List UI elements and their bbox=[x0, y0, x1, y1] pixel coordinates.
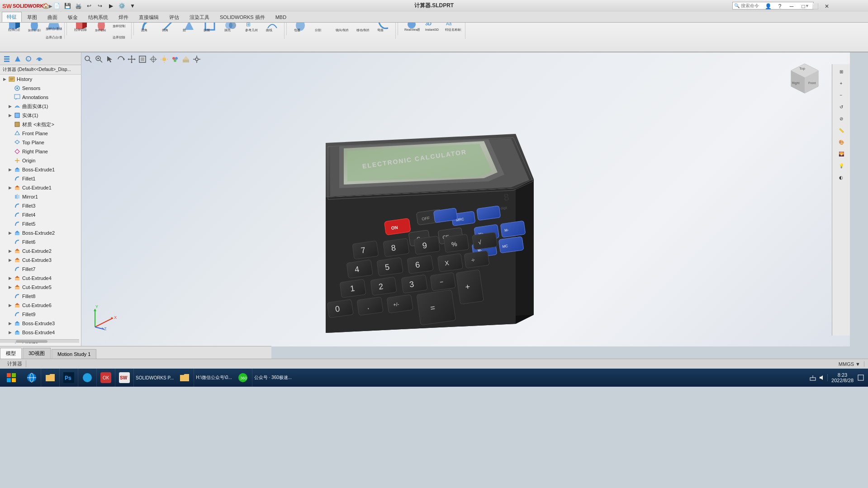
btn-3[interactable]: 3 bbox=[401, 275, 427, 293]
btn-sqrt[interactable]: √ bbox=[472, 232, 498, 250]
taskbar-browser2[interactable]: 360 bbox=[234, 369, 252, 387]
tree-item-origin[interactable]: Origin bbox=[0, 156, 81, 165]
rp-zoom-in[interactable]: + bbox=[834, 78, 849, 89]
taskbar-browser[interactable] bbox=[23, 369, 41, 387]
btn-1[interactable]: 1 bbox=[340, 279, 366, 298]
vt-view-orient[interactable] bbox=[148, 54, 158, 64]
expander-annotations[interactable] bbox=[7, 95, 13, 100]
tree-item-fillet7[interactable]: Fillet7 bbox=[0, 265, 81, 274]
tree-item-boss-extrude1[interactable]: ▶ Boss-Extrude1 bbox=[0, 165, 81, 174]
tree-item-fillet6[interactable]: Fillet6 bbox=[0, 237, 81, 246]
tab-weldments[interactable]: 焊件 bbox=[114, 12, 133, 22]
qa-undo[interactable]: ↩ bbox=[84, 1, 94, 11]
toolbar-btn-history[interactable] bbox=[2, 54, 12, 64]
expander-cut1[interactable]: ▶ bbox=[7, 185, 13, 190]
qa-print[interactable]: 🖨️ bbox=[73, 1, 83, 11]
btn-0[interactable]: 0 bbox=[327, 299, 353, 318]
tab-sketch[interactable]: 草图 bbox=[22, 12, 42, 22]
expander-cut6[interactable]: ▶ bbox=[7, 303, 13, 308]
qa-redo[interactable]: ↪ bbox=[95, 1, 105, 11]
vt-appearance[interactable] bbox=[170, 54, 180, 64]
tree-item-boss-extrude2[interactable]: ▶ Boss-Extrude2 bbox=[0, 228, 81, 237]
taskbar-app4[interactable] bbox=[78, 369, 97, 387]
expander-cut2[interactable]: ▶ bbox=[7, 248, 13, 254]
tab-mbd[interactable]: MBD bbox=[270, 13, 291, 21]
expander-sensors[interactable] bbox=[7, 85, 13, 91]
btn-multiply[interactable]: X bbox=[437, 253, 463, 272]
taskbar-solidworks[interactable]: SW bbox=[115, 369, 134, 387]
btn-minus[interactable]: − bbox=[430, 272, 455, 291]
restore-btn[interactable]: □ bbox=[798, 1, 808, 11]
tree-item-fillet3[interactable]: Fillet3 bbox=[0, 201, 81, 210]
tab-surface[interactable]: 曲面 bbox=[43, 12, 62, 22]
user-icon[interactable]: 👤 bbox=[763, 1, 773, 11]
tree-item-boss-extrude3[interactable]: ▶ Boss-Extrude3 bbox=[0, 319, 81, 328]
expander-cut5[interactable]: ▶ bbox=[7, 284, 13, 290]
tree-item-cut-extrude5[interactable]: ▶ Cut-Extrude5 bbox=[0, 283, 81, 292]
rp-section[interactable]: ⊘ bbox=[834, 113, 849, 124]
vt-lighting[interactable] bbox=[159, 54, 169, 64]
vt-pan[interactable] bbox=[127, 54, 137, 64]
maximize-btn[interactable]: ⬜ bbox=[810, 1, 820, 11]
toolbar-btn-display[interactable] bbox=[34, 54, 44, 64]
tree-item-front-plane[interactable]: Front Plane bbox=[0, 129, 81, 138]
rp-rotate[interactable]: ↺ bbox=[834, 101, 849, 112]
taskbar-files[interactable] bbox=[41, 369, 60, 387]
tab-3d-view[interactable]: 3D视图 bbox=[23, 348, 51, 359]
btn-equals[interactable]: = bbox=[417, 290, 456, 325]
minimize-btn[interactable]: ─ bbox=[787, 1, 797, 11]
vt-scene[interactable] bbox=[181, 54, 191, 64]
tab-model[interactable]: 模型 bbox=[0, 348, 22, 359]
rp-shadow[interactable]: ◐ bbox=[834, 172, 849, 183]
expander-boss1[interactable]: ▶ bbox=[7, 167, 13, 172]
vt-zoom-in[interactable] bbox=[94, 54, 104, 64]
tree-item-cut-extrude4[interactable]: ▶ Cut-Extrude4 bbox=[0, 274, 81, 283]
tree-item-fillet8[interactable]: Fillet8 bbox=[0, 292, 81, 301]
tree-item-fillet9[interactable]: Fillet9 bbox=[0, 310, 81, 319]
expander-cut4[interactable]: ▶ bbox=[7, 275, 13, 281]
vt-select[interactable] bbox=[105, 54, 115, 64]
start-button[interactable] bbox=[0, 369, 23, 387]
tree-item-sensors[interactable]: Sensors bbox=[0, 84, 81, 93]
expander-boss3[interactable]: ▶ bbox=[7, 321, 13, 326]
btn-percent[interactable]: % bbox=[444, 234, 469, 253]
btn-2[interactable]: 2 bbox=[370, 277, 397, 295]
btn-5[interactable]: 5 bbox=[377, 257, 403, 276]
btn-boundary-boss[interactable]: 边界凸台/基体 bbox=[45, 32, 62, 43]
vt-display-style[interactable] bbox=[138, 54, 147, 64]
close-btn[interactable]: ✕ bbox=[822, 1, 832, 11]
rp-measure[interactable]: 📏 bbox=[834, 125, 849, 136]
btn-boundary-cut[interactable]: 边界切除 bbox=[112, 32, 129, 43]
btn-6[interactable]: 6 bbox=[407, 255, 433, 274]
qa-save[interactable]: 💾 bbox=[62, 1, 72, 11]
tree-item-cut-extrude1[interactable]: ▶ Cut-Extrude1 bbox=[0, 183, 81, 192]
btn-9[interactable]: 9 bbox=[414, 236, 440, 255]
status-right[interactable]: MMGS ▼ bbox=[835, 361, 864, 367]
tab-features[interactable]: 特征 bbox=[2, 12, 22, 22]
rp-zoom-out[interactable]: − bbox=[834, 90, 849, 100]
toolbar-btn-config[interactable] bbox=[13, 54, 23, 64]
rp-appear[interactable]: 🎨 bbox=[834, 137, 849, 147]
btn-dot[interactable]: . bbox=[357, 297, 383, 315]
tree-item-cut-extrude2[interactable]: ▶ Cut-Extrude2 bbox=[0, 246, 81, 256]
expander-boss2[interactable]: ▶ bbox=[7, 230, 13, 236]
sidebar-scrollbar-h[interactable] bbox=[0, 339, 79, 343]
btn-8[interactable]: 8 bbox=[383, 238, 409, 257]
tab-structure[interactable]: 结构系统 bbox=[83, 12, 113, 22]
taskbar-photoshop[interactable]: Ps bbox=[60, 369, 78, 387]
tree-item-fillet1[interactable]: Fillet1 bbox=[0, 174, 81, 183]
btn-7[interactable]: 7 bbox=[352, 241, 379, 259]
rp-scene[interactable]: 🌄 bbox=[834, 148, 849, 159]
tab-sheet-metal[interactable]: 钣金 bbox=[63, 12, 83, 22]
expander-surface[interactable]: ▶ bbox=[7, 104, 13, 109]
tree-item-solid-body[interactable]: ▶ 实体(1) bbox=[0, 111, 81, 120]
btn-4[interactable]: 4 bbox=[346, 260, 373, 278]
tab-direct-edit[interactable]: 直接编辑 bbox=[134, 12, 164, 22]
tab-sw-plugins[interactable]: SOLIDWORKS 插件 bbox=[215, 12, 270, 22]
vt-zoom-fit[interactable] bbox=[83, 54, 93, 64]
tree-item-cut-extrude3[interactable]: ▶ Cut-Extrude3 bbox=[0, 256, 81, 265]
help-btn[interactable]: ? bbox=[775, 1, 785, 11]
tree-item-material[interactable]: 材质 <未指定> bbox=[0, 120, 81, 129]
tree-item-annotations[interactable]: Annotations bbox=[0, 93, 81, 102]
tree-item-fillet4[interactable]: Fillet4 bbox=[0, 210, 81, 219]
